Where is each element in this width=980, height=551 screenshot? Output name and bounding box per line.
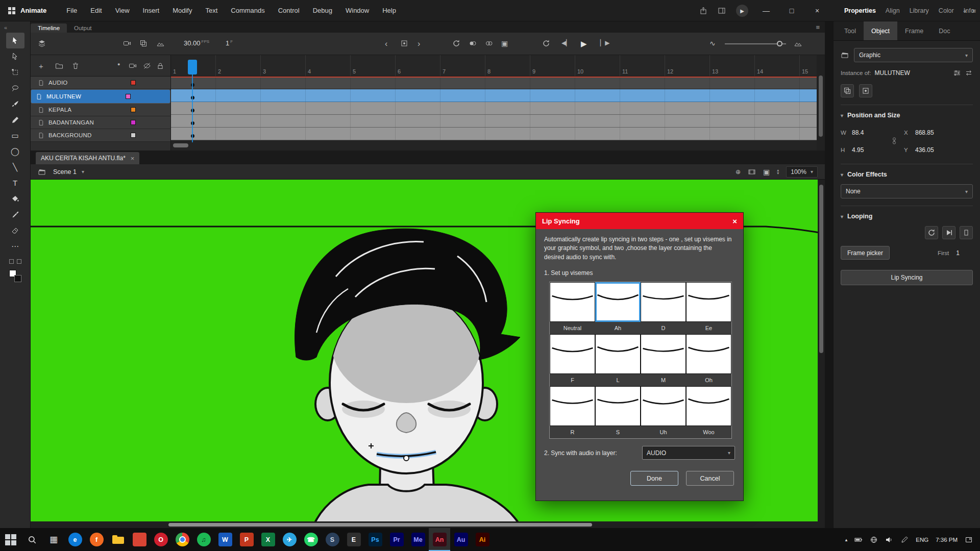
attach-camera-icon[interactable] [129, 62, 137, 70]
scene-name[interactable]: Scene 1 [53, 168, 77, 176]
reset-timeline-zoom-icon[interactable]: ∿ [709, 39, 716, 47]
timeline-panel-menu-icon[interactable]: ≡ [816, 23, 820, 31]
taskbar-epic-games[interactable]: E [343, 528, 364, 551]
graph-editor-icon[interactable] [157, 39, 165, 47]
layer-row-audio[interactable]: AUDIO [31, 77, 170, 89]
scrollbar-thumb[interactable] [168, 523, 592, 527]
scrollbar-thumb[interactable] [819, 76, 823, 137]
track-audio[interactable] [171, 77, 817, 89]
dialog-close-icon[interactable]: × [732, 217, 737, 226]
close-button[interactable]: × [810, 7, 825, 15]
show-hide-all-icon[interactable] [143, 62, 151, 70]
frame-ruler[interactable]: 1 2 3 4 5 6 7 8 9 10 11 12 13 14 15 [171, 55, 817, 77]
height-field[interactable]: 4.95 [852, 146, 886, 154]
track-background[interactable] [171, 128, 817, 140]
viseme-ah[interactable]: Ah [595, 282, 641, 334]
subselection-tool[interactable] [6, 48, 24, 64]
taskbar-chrome[interactable] [172, 528, 193, 551]
step-forward-icon[interactable]: ▏▶ [600, 39, 609, 46]
position-size-header[interactable]: ▾ Position and Size [841, 112, 973, 119]
instance-name[interactable]: MULUTNEW [874, 69, 910, 77]
taskbar-firefox[interactable]: f [86, 528, 107, 551]
fluid-brush-tool[interactable] [6, 96, 24, 112]
tab-doc[interactable]: Doc [931, 21, 958, 40]
tab-tool[interactable]: Tool [837, 21, 864, 40]
break-apart-icon[interactable] [841, 84, 854, 97]
viseme-ee[interactable]: Ee [686, 282, 731, 334]
timeline-horizontal-scrollbar[interactable] [171, 140, 817, 151]
taskbar-telegram[interactable]: ✈ [279, 528, 300, 551]
panel-tab-align[interactable]: Align [886, 7, 900, 14]
camera-icon[interactable] [123, 39, 131, 47]
layer-color-chip[interactable] [131, 107, 136, 112]
swap-symbol-icon[interactable] [965, 69, 973, 77]
stage-vertical-scrollbar[interactable] [818, 180, 825, 528]
viseme-l[interactable]: L [595, 334, 641, 386]
scrollbar-thumb[interactable] [819, 185, 823, 353]
collapse-toolbar-icon[interactable]: « [4, 24, 7, 33]
loop-icon[interactable] [925, 226, 938, 239]
loop-playback-icon[interactable] [542, 39, 550, 47]
taskbar-photoshop[interactable]: Ps [364, 528, 386, 551]
layer-row-badantangan[interactable]: BADANTANGAN [31, 116, 170, 129]
panel-tab-library[interactable]: Library [910, 7, 929, 14]
symbol-type-select[interactable]: Graphic▾ [854, 48, 973, 62]
width-field[interactable]: 88.4 [852, 129, 886, 136]
layer-row-mulutnew[interactable]: MULUTNEW [31, 89, 170, 104]
taskbar-illustrator[interactable]: Ai [472, 528, 493, 551]
new-layer-button[interactable]: + [39, 62, 43, 70]
onion-skin-icon[interactable] [469, 39, 477, 47]
network-icon[interactable] [870, 536, 878, 544]
taskbar-excel[interactable]: X [257, 528, 279, 551]
viseme-d[interactable]: D [641, 282, 686, 334]
panel-menu-icon[interactable]: ≡ [972, 7, 976, 15]
menu-insert[interactable]: Insert [136, 0, 166, 21]
taskbar-spotify[interactable]: ♫ [193, 528, 214, 551]
timeline-vertical-scrollbar[interactable] [817, 55, 825, 151]
scrollbar-thumb[interactable] [173, 143, 188, 147]
taskbar-edge[interactable]: e [64, 528, 86, 551]
highlight-layers-icon[interactable]: ● [117, 62, 120, 67]
viseme-uh[interactable]: Uh [641, 386, 686, 438]
layer-row-kepala[interactable]: KEPALA [31, 104, 170, 116]
edit-symbol-icon[interactable] [859, 84, 872, 97]
menu-view[interactable]: View [109, 0, 136, 21]
menu-debug[interactable]: Debug [306, 0, 339, 21]
taskbar-animate[interactable]: An [429, 528, 450, 551]
layers-icon[interactable] [38, 39, 46, 47]
viseme-f[interactable]: F [550, 334, 595, 386]
dialog-titlebar[interactable]: Lip Syncing × [536, 213, 743, 229]
oval-tool[interactable]: ◯ [6, 143, 24, 159]
lock-aspect-ratio-icon[interactable] [891, 133, 898, 148]
text-tool[interactable]: T [6, 175, 24, 191]
document-tab[interactable]: AKU CERITA KISAH ANTU.fla* × [36, 152, 139, 164]
menu-file[interactable]: File [60, 0, 84, 21]
paint-bucket-tool[interactable] [6, 191, 24, 207]
viseme-oh[interactable]: Oh [686, 334, 731, 386]
menu-text[interactable]: Text [199, 0, 224, 21]
workspace-icon[interactable] [718, 7, 726, 15]
tab-timeline[interactable]: Timeline [31, 23, 67, 33]
current-frame-indicator[interactable]: 1F [226, 39, 233, 47]
classic-brush-tool[interactable] [6, 112, 24, 128]
menu-window[interactable]: Window [339, 0, 376, 21]
lip-syncing-button[interactable]: Lip Syncing [841, 270, 973, 285]
step-back-icon[interactable]: ◀▏ [561, 39, 571, 46]
taskbar-media-app[interactable] [129, 528, 150, 551]
menu-help[interactable]: Help [376, 0, 403, 21]
tab-output[interactable]: Output [67, 23, 99, 33]
taskbar-steam[interactable]: S [322, 528, 343, 551]
start-button[interactable] [0, 528, 21, 551]
stage-horizontal-scrollbar[interactable] [31, 521, 818, 528]
app-logo-icon[interactable] [8, 7, 15, 14]
lock-all-icon[interactable] [156, 62, 164, 70]
close-document-icon[interactable]: × [131, 155, 135, 162]
scene-dropdown-icon[interactable]: ▾ [82, 169, 84, 174]
insert-keyframe-icon[interactable] [400, 39, 408, 47]
menu-modify[interactable]: Modify [166, 0, 199, 21]
taskbar-search[interactable] [21, 528, 43, 551]
viseme-s[interactable]: S [595, 386, 641, 438]
collapse-panels-icon[interactable]: « [963, 7, 967, 15]
tab-object[interactable]: Object [864, 21, 897, 40]
playhead[interactable] [188, 60, 197, 74]
